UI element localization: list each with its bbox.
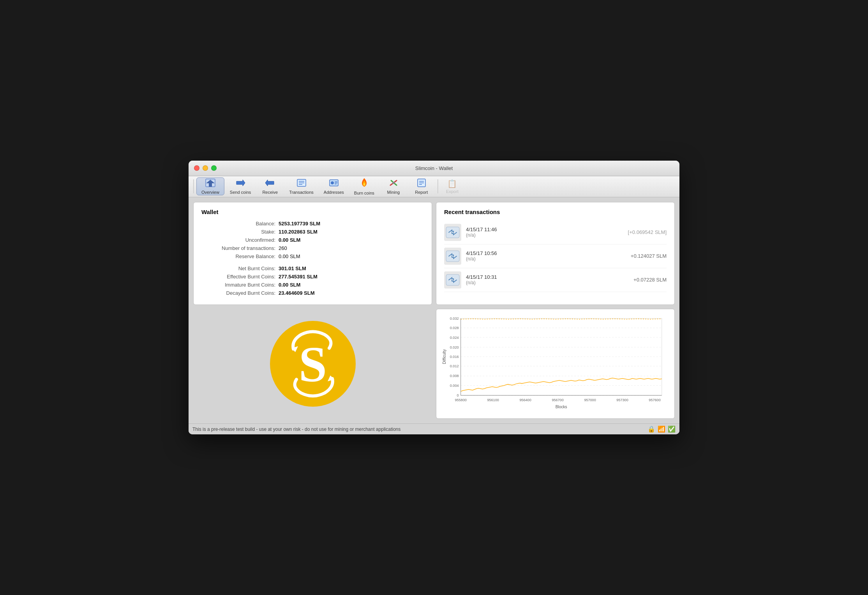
svg-text:0.008: 0.008: [450, 374, 459, 378]
tx-desc-2: (n/a): [466, 256, 626, 262]
export-icon: 📋: [447, 179, 457, 188]
wallet-row-txcount: Number of transactions: 260: [201, 245, 424, 251]
wallet-row-decayedburnt: Decayed Burnt Coins: 23.464609 SLM: [201, 290, 424, 296]
recent-title: Recent transactions: [444, 209, 667, 215]
svg-text:0.032: 0.032: [450, 317, 459, 321]
tx-item-3: 4/15/17 10:31 (n/a) +0.07228 SLM: [444, 268, 667, 292]
tab-export-label: Export: [446, 189, 459, 194]
check-icon: ✅: [668, 425, 676, 433]
wallet-row-netburnt: Net Burnt Coins: 301.01 SLM: [201, 266, 424, 271]
tab-burn[interactable]: Burn coins: [349, 177, 379, 195]
tx-amount-2: +0.124027 SLM: [631, 253, 667, 259]
minimize-button[interactable]: [203, 165, 208, 171]
svg-text:0: 0: [457, 393, 459, 397]
wallet-row-stake: Stake: 110.202863 SLM: [201, 229, 424, 235]
svg-text:Difficulty: Difficulty: [442, 349, 446, 364]
netburnt-label: Net Burnt Coins:: [201, 266, 275, 271]
wallet-row-balance: Balance: 5253.197739 SLM: [201, 221, 424, 227]
svg-point-10: [331, 181, 334, 184]
wallet-row-immatureburnt: Immature Burnt Coins: 0.00 SLM: [201, 282, 424, 288]
tab-overview-label: Overview: [201, 190, 219, 195]
tab-send[interactable]: Send coins: [225, 177, 256, 195]
svg-text:957000: 957000: [584, 398, 596, 402]
wallet-divider: [201, 262, 424, 266]
tab-addresses[interactable]: Addresses: [319, 177, 349, 195]
statusbar-icons: 🔒 📶 ✅: [647, 425, 676, 433]
tab-report[interactable]: Report: [408, 177, 435, 195]
titlebar: Slimcoin - Wallet: [189, 161, 679, 176]
svg-text:956100: 956100: [487, 398, 499, 402]
tab-receive[interactable]: Receive: [256, 177, 284, 195]
tab-send-label: Send coins: [230, 190, 251, 195]
svg-text:955800: 955800: [455, 398, 466, 402]
tab-addresses-label: Addresses: [324, 190, 344, 195]
stake-value: 110.202863 SLM: [279, 229, 318, 235]
tx-info-1: 4/15/17 11:46 (n/a): [466, 227, 623, 238]
window-controls: [194, 165, 217, 171]
window-title: Slimcoin - Wallet: [415, 165, 453, 171]
tab-transactions-label: Transactions: [289, 190, 314, 195]
reserve-label: Reserve Balance:: [201, 253, 275, 259]
svg-text:0.024: 0.024: [450, 336, 459, 340]
decayedburnt-label: Decayed Burnt Coins:: [201, 290, 275, 296]
svg-text:S: S: [298, 336, 326, 392]
svg-rect-28: [461, 319, 662, 395]
svg-marker-3: [236, 180, 245, 186]
svg-marker-4: [265, 180, 274, 186]
report-icon: [416, 178, 427, 189]
tab-transactions[interactable]: Transactions: [284, 177, 318, 195]
wallet-panel: Wallet Balance: 5253.197739 SLM Stake: 1…: [193, 202, 432, 305]
svg-rect-2: [209, 183, 212, 187]
netburnt-value: 301.01 SLM: [279, 266, 306, 271]
txcount-value: 260: [279, 245, 287, 251]
tx-item-2: 4/15/17 10:56 (n/a) +0.124027 SLM: [444, 244, 667, 268]
balance-value: 5253.197739 SLM: [279, 221, 320, 227]
wallet-row-unconfirmed: Unconfirmed: 0.00 SLM: [201, 237, 424, 243]
svg-rect-22: [446, 251, 459, 262]
signal-icon: 📶: [658, 425, 665, 433]
close-button[interactable]: [194, 165, 199, 171]
tab-burn-label: Burn coins: [354, 191, 374, 195]
receive-icon: [265, 178, 275, 189]
slimcoin-logo: S: [270, 321, 356, 407]
tx-icon-1: [444, 224, 461, 241]
statusbar-text: This is a pre-release test build - use a…: [192, 427, 400, 432]
mining-icon: [388, 178, 399, 189]
svg-rect-23: [446, 274, 459, 285]
balance-label: Balance:: [201, 221, 275, 227]
tab-overview[interactable]: Overview: [196, 177, 224, 195]
unconfirmed-label: Unconfirmed:: [201, 237, 275, 243]
toolbar-separator-2: [438, 179, 438, 193]
svg-text:0.020: 0.020: [450, 345, 459, 349]
effectiveburnt-label: Effective Burnt Coins:: [201, 274, 275, 280]
tx-icon-2: [444, 248, 461, 265]
tab-mining[interactable]: Mining: [380, 177, 407, 195]
svg-point-16: [392, 182, 395, 184]
decayedburnt-value: 23.464609 SLM: [279, 290, 315, 296]
svg-text:0.004: 0.004: [450, 384, 459, 388]
addresses-icon: [328, 178, 339, 189]
toolbar: Overview Send coins Receive: [189, 176, 679, 197]
lock-icon: 🔒: [647, 425, 655, 433]
tab-receive-label: Receive: [262, 190, 278, 195]
wallet-row-effectiveburnt: Effective Burnt Coins: 277.545391 SLM: [201, 274, 424, 280]
wallet-row-reserve: Reserve Balance: 0.00 SLM: [201, 253, 424, 259]
immatureburnt-label: Immature Burnt Coins:: [201, 282, 275, 288]
svg-text:0.028: 0.028: [450, 326, 459, 330]
maximize-button[interactable]: [211, 165, 217, 171]
svg-text:0.012: 0.012: [450, 364, 459, 368]
svg-text:Blocks: Blocks: [556, 405, 567, 409]
tx-date-2: 4/15/17 10:56: [466, 250, 626, 256]
svg-text:956400: 956400: [519, 398, 531, 402]
svg-text:0.016: 0.016: [450, 355, 459, 359]
tx-amount-3: +0.07228 SLM: [633, 277, 667, 283]
reserve-value: 0.00 SLM: [279, 253, 300, 259]
tx-desc-1: (n/a): [466, 232, 623, 238]
tx-amount-1: [+0.069542 SLM]: [628, 229, 667, 235]
tx-info-3: 4/15/17 10:31 (n/a): [466, 274, 629, 285]
svg-rect-21: [446, 227, 459, 238]
transactions-icon: [296, 178, 307, 189]
tx-icon-3: [444, 271, 461, 289]
tx-info-2: 4/15/17 10:56 (n/a): [466, 250, 626, 262]
tab-mining-label: Mining: [387, 190, 400, 195]
